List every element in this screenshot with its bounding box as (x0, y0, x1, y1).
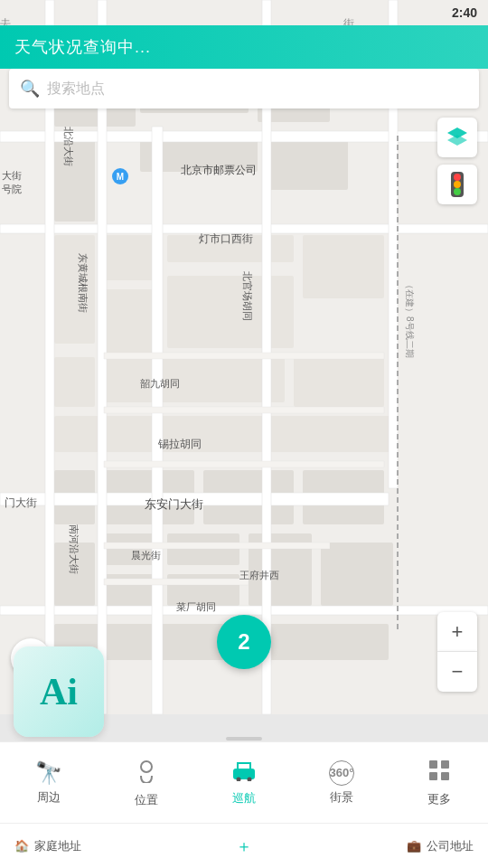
svg-marker-69 (447, 135, 467, 146)
location-label: 位置 (135, 792, 158, 808)
svg-rect-43 (104, 542, 330, 549)
svg-text:门大街: 门大街 (5, 496, 37, 509)
search-bar[interactable]: 🔍 搜索地点 (9, 69, 479, 108)
svg-rect-16 (294, 357, 384, 407)
svg-text:菜厂胡同: 菜厂胡同 (176, 601, 216, 612)
svg-text:北京市邮票公司: 北京市邮票公司 (181, 164, 257, 176)
svg-rect-15 (104, 357, 285, 402)
weather-banner: 天气状况查询中... (0, 25, 488, 69)
location-icon (136, 758, 156, 788)
svg-text:王府井西: 王府井西 (239, 570, 279, 580)
more-icon (427, 759, 451, 788)
svg-point-72 (454, 181, 461, 188)
svg-rect-33 (0, 606, 488, 615)
bottom-bar: 🏠 家庭地址 ＋ 💼 公司地址 (0, 823, 488, 868)
svg-rect-24 (167, 533, 239, 565)
route-bubble[interactable]: 2 (217, 615, 271, 669)
nav-item-nearby[interactable]: 🔭 周边 (0, 760, 98, 806)
search-icon: 🔍 (20, 79, 40, 99)
work-label: 公司地址 (427, 838, 474, 854)
ai-bubble[interactable]: Ai (14, 646, 104, 737)
svg-text:东安门大街: 东安门大街 (145, 497, 203, 511)
svg-text:北沿大街: 北沿大街 (63, 127, 74, 166)
ai-label: Ai (40, 670, 78, 713)
svg-rect-86 (429, 772, 437, 780)
map-controls (437, 118, 477, 204)
route-number: 2 (238, 629, 249, 655)
svg-rect-84 (429, 760, 437, 769)
svg-text:大街: 大街 (2, 170, 22, 181)
svg-text:南河沿大街: 南河沿大街 (69, 524, 80, 574)
clock: 2:40 (452, 5, 477, 20)
more-label: 更多 (427, 791, 451, 807)
svg-rect-7 (267, 140, 348, 190)
svg-text:灯市口西街: 灯市口西街 (199, 232, 253, 245)
svg-rect-36 (152, 127, 163, 714)
street-label: 街景 (330, 789, 353, 806)
svg-point-71 (454, 174, 461, 181)
work-address-button[interactable]: 💼 公司地址 (407, 838, 474, 854)
home-icon: 🏠 (14, 839, 29, 853)
svg-text:北官场胡同: 北官场胡同 (242, 271, 253, 321)
nav-item-street[interactable]: 360° 街景 (293, 760, 390, 806)
svg-text:晨光街: 晨光街 (131, 550, 161, 561)
drag-handle (226, 737, 262, 741)
search-placeholder: 搜索地点 (47, 80, 105, 99)
zoom-in-button[interactable]: + (437, 612, 477, 652)
svg-rect-40 (104, 353, 384, 359)
svg-rect-41 (104, 407, 384, 413)
svg-text:韶九胡同: 韶九胡同 (140, 378, 180, 389)
nearby-label: 周边 (37, 789, 61, 806)
weather-text: 天气状况查询中... (14, 36, 151, 58)
svg-text:锡拉胡同: 锡拉胡同 (157, 438, 202, 450)
traffic-button[interactable] (437, 165, 477, 204)
svg-rect-85 (441, 760, 449, 769)
layer-button[interactable] (437, 118, 477, 157)
zoom-controls: + − (437, 612, 477, 692)
svg-rect-87 (441, 772, 449, 780)
home-address-button[interactable]: 🏠 家庭地址 (14, 838, 81, 854)
svg-rect-42 (104, 461, 384, 467)
svg-text:（在建）8号线二期: （在建）8号线二期 (405, 280, 415, 358)
navigation-icon (231, 760, 257, 787)
nearby-icon: 🔭 (35, 760, 62, 786)
bottom-nav: 🔭 周边 位置 巡航 360° 街景 (0, 741, 488, 823)
home-label: 家庭地址 (34, 838, 81, 854)
nav-item-location[interactable]: 位置 (98, 758, 195, 808)
svg-rect-44 (104, 579, 249, 585)
street-icon: 360° (329, 760, 354, 786)
status-bar: 2:40 (0, 0, 488, 25)
svg-rect-13 (167, 276, 294, 348)
svg-rect-26 (321, 542, 393, 606)
svg-text:号院: 号院 (2, 184, 22, 194)
nav-item-navigation[interactable]: 巡航 (195, 760, 293, 807)
navigation-label: 巡航 (232, 790, 256, 807)
svg-rect-12 (104, 289, 158, 353)
svg-rect-14 (54, 357, 95, 407)
svg-rect-9 (104, 235, 158, 280)
nav-item-more[interactable]: 更多 (390, 759, 488, 807)
svg-point-80 (141, 761, 152, 772)
add-icon: ＋ (236, 835, 252, 857)
svg-rect-81 (233, 769, 255, 779)
zoom-out-button[interactable]: − (437, 652, 477, 692)
svg-rect-11 (303, 235, 384, 298)
svg-text:东黄城根南街: 东黄城根南街 (78, 253, 89, 313)
svg-text:M: M (117, 172, 124, 182)
work-icon: 💼 (407, 839, 421, 853)
svg-point-73 (454, 188, 461, 195)
